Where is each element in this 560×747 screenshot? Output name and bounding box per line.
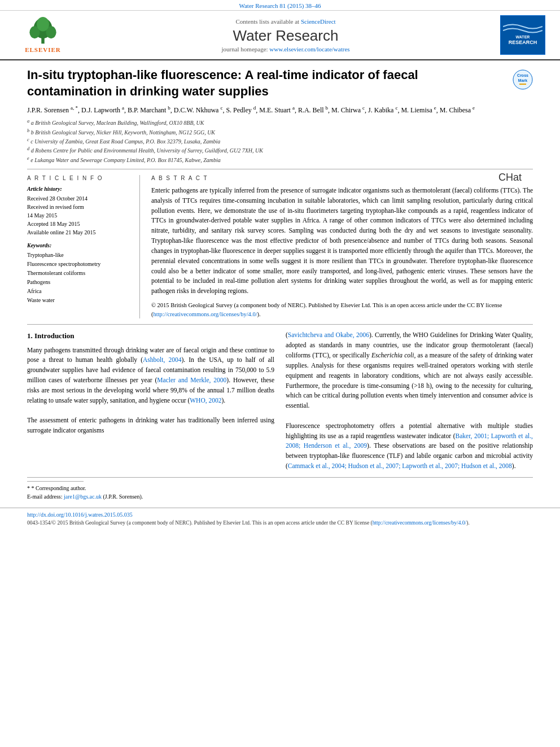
elsevier-label: ELSEVIER [25,46,61,53]
issn-link[interactable]: http://creativecommons.org/licenses/by/4… [373,520,467,526]
authors-line: J.P.R. Sorensen a, *, D.J. Lapworth a, B… [27,104,533,116]
sciencedirect-line: Contents lists available at ScienceDirec… [77,18,495,25]
paper-title-section: In-situ tryptophan-like fluorescence: A … [27,67,533,99]
ref-cammack[interactable]: Cammack et al., 2004; Hudson et al., 200… [288,462,512,469]
sciencedirect-prefix: Contents lists available at [235,18,299,25]
intro-col2-para1: (Savichtcheva and Okabe, 2006). Currentl… [286,330,533,411]
journal-header: ELSEVIER Contents lists available at Sci… [0,11,560,60]
section-divider [27,324,533,325]
abstract-heading: A B S T R A C T [151,175,533,181]
bottom-bar: http://dx.doi.org/10.1016/j.watres.2015.… [0,508,560,529]
keyword-4: Pathogens [27,278,134,287]
affiliation-d: d d Robens Centre for Public and Environ… [27,146,533,155]
available-online: Available online 21 May 2015 [27,228,134,237]
intro-para1: Many pathogens transmitted through drink… [27,346,274,406]
received-date: Received 28 October 2014 [27,194,134,203]
keyword-5: Africa [27,287,134,296]
paper-content: In-situ tryptophan-like fluorescence: A … [0,60,560,508]
intro-heading: 1. Introduction [27,330,274,342]
homepage-label: journal homepage: [221,46,268,53]
abstract-col: A B S T R A C T Enteric pathogens are ty… [151,175,533,318]
introduction-section: 1. Introduction Many pathogens transmitt… [27,330,533,471]
received-revised-label: Received in revised form [27,203,134,211]
article-info-abstract-section: A R T I C L E I N F O Article history: R… [27,175,533,318]
journal-title: Water Research [77,27,495,45]
intro-col-left: 1. Introduction Many pathogens transmitt… [27,330,274,471]
article-info-col: A R T I C L E I N F O Article history: R… [27,175,140,318]
email-link[interactable]: jare1@bgs.ac.uk [64,493,102,500]
article-history-label: Article history: [27,186,134,192]
elsevier-logo-area: ELSEVIER [9,17,77,53]
received-revised-date: 14 May 2015 [27,211,134,220]
svg-text:WATER: WATER [516,35,530,39]
journal-volume-bar: Water Research 81 (2015) 38–46 [0,0,560,11]
article-info-heading: A R T I C L E I N F O [27,175,134,181]
keywords-section: Keywords: Tryptophan-like Fluorescence s… [27,242,134,305]
paper-title: In-situ tryptophan-like fluorescence: A … [27,67,506,99]
water-research-logo-area: WATER RESEARCH [495,15,551,55]
homepage-link[interactable]: www.elsevier.com/locate/watres [269,46,349,53]
intro-col2-para2: Fluorescence spectrophotometry offers a … [286,421,533,471]
ref-ashbolt[interactable]: Ashbolt, 2004 [143,356,181,363]
journal-volume-text: Water Research 81 (2015) 38–46 [239,2,321,9]
crossmark-icon[interactable]: Cross Mark [513,69,533,90]
email-footnote: E-mail address: jare1@bgs.ac.uk (J.P.R. … [27,492,533,501]
issn-line: 0043-1354/© 2015 British Geological Surv… [27,519,533,527]
svg-text:Cross: Cross [517,73,528,77]
chat-label[interactable]: CHat [498,172,522,184]
affiliation-c: c c University of Zambia, Great East Roa… [27,137,533,146]
affiliation-b: b b British Geological Survey, Nicker Hi… [27,128,533,137]
elsevier-logo: ELSEVIER [25,17,61,53]
intro-col-right: (Savichtcheva and Okabe, 2006). Currentl… [286,330,533,471]
affiliation-e: e e Lukanga Water and Sewerage Company L… [27,155,533,164]
water-research-logo-graphic: WATER RESEARCH [503,18,542,52]
keyword-6: Waste water [27,296,134,305]
ref-macler[interactable]: Macler and Merkle, 2000 [157,377,226,383]
intro-para2: The assessment of enteric pathogens in d… [27,416,274,436]
journal-header-center: Contents lists available at ScienceDirec… [77,18,495,53]
accepted-date: Accepted 18 May 2015 [27,220,134,228]
affiliations: a a British Geological Survey, Maclean B… [27,118,533,169]
copyright-link[interactable]: http://creativecommons.org/licenses/by/4… [154,311,257,317]
doi-line[interactable]: http://dx.doi.org/10.1016/j.watres.2015.… [27,510,533,519]
water-research-logo: WATER RESEARCH [500,15,545,55]
copyright-line: © 2015 British Geological Survey (a comp… [151,301,533,319]
ref-who[interactable]: WHO, 2002 [190,397,221,404]
keywords-label: Keywords: [27,242,134,248]
keyword-2: Fluorescence spectrophotometry [27,260,134,269]
svg-text:RESEARCH: RESEARCH [509,40,537,45]
abstract-text: Enteric pathogens are typically inferred… [151,186,533,296]
keyword-3: Thermotolerant coliforms [27,269,134,278]
journal-homepage: journal homepage: www.elsevier.com/locat… [77,46,495,53]
elsevier-tree-icon [26,17,60,45]
footnote-section: * * Corresponding author. E-mail address… [27,477,533,501]
keyword-1: Tryptophan-like [27,251,134,260]
svg-text:Mark: Mark [518,78,527,82]
sciencedirect-link[interactable]: ScienceDirect [301,18,336,25]
corresponding-author-label: * * Corresponding author. [27,484,533,492]
affiliation-a: a a British Geological Survey, Maclean B… [27,118,533,127]
svg-point-4 [37,17,49,31]
ref-baker[interactable]: Baker, 2001; Lapworth et al., 2008; Hend… [286,433,533,449]
ref-savichtcheva[interactable]: Savichtcheva and Okabe, 2006 [288,331,369,338]
